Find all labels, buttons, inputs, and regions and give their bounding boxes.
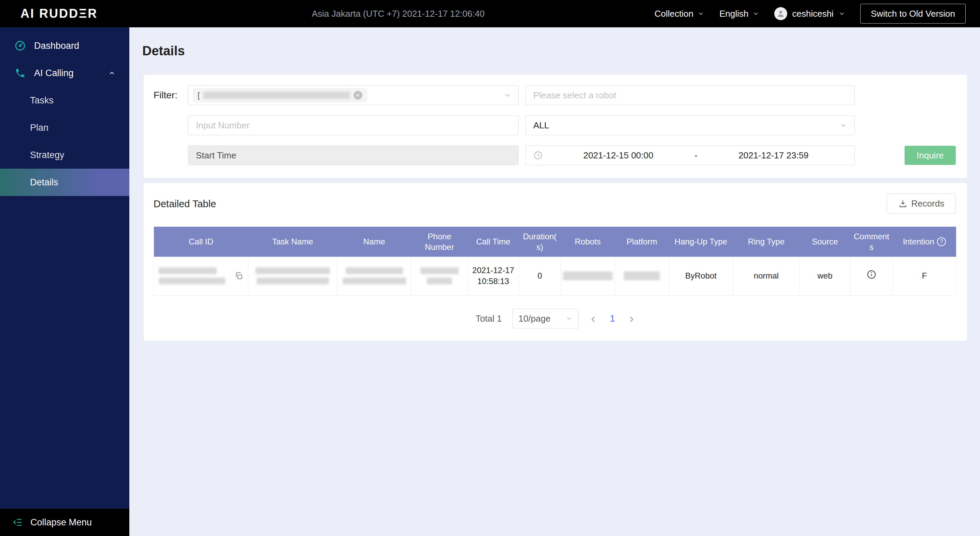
sidebar-item-details[interactable]: Details bbox=[0, 169, 129, 196]
task-select[interactable]: [ × bbox=[188, 85, 519, 105]
question-circle-icon[interactable]: ? bbox=[937, 237, 946, 246]
records-button[interactable]: Records bbox=[887, 193, 956, 214]
cell-hang-up-type: ByRobot bbox=[669, 257, 733, 295]
redacted-call-id bbox=[159, 267, 225, 284]
dashboard-icon bbox=[14, 39, 27, 52]
collapse-menu-label: Collapse Menu bbox=[30, 517, 92, 528]
records-label: Records bbox=[912, 198, 945, 209]
date-range-picker[interactable]: 2021-12-15 00:00 - 2021-12-17 23:59 bbox=[525, 145, 855, 165]
cell-robots bbox=[561, 257, 615, 295]
page-size-value: 10/page bbox=[518, 313, 550, 324]
col-phone-number: Phone Number bbox=[412, 227, 468, 257]
detailed-table-card: Detailed Table Records Call ID bbox=[144, 183, 967, 341]
copy-icon[interactable] bbox=[234, 271, 243, 280]
sidebar-item-label: Details bbox=[30, 177, 58, 188]
pagination-total: Total 1 bbox=[476, 313, 502, 324]
main-content: Details Filter: [ × Please select a robo… bbox=[129, 27, 980, 536]
chevron-down-icon bbox=[838, 10, 845, 17]
app-logo: AI RUDDΞR bbox=[21, 6, 98, 21]
menu-fold-icon bbox=[13, 517, 23, 528]
page-size-select[interactable]: 10/page bbox=[512, 309, 579, 329]
remove-tag-icon[interactable]: × bbox=[353, 91, 363, 100]
inquire-button[interactable]: Inquire bbox=[905, 146, 956, 165]
current-page[interactable]: 1 bbox=[608, 313, 617, 324]
cell-phone-number bbox=[412, 257, 468, 295]
sidebar-item-label: Dashboard bbox=[34, 41, 79, 51]
col-name: Name bbox=[337, 227, 412, 257]
col-platform: Platform bbox=[615, 227, 669, 257]
cell-source: web bbox=[800, 257, 850, 295]
sidebar-item-label: AI Calling bbox=[34, 68, 74, 78]
sidebar-item-plan[interactable]: Plan bbox=[0, 114, 129, 141]
avatar bbox=[774, 7, 787, 20]
cell-name bbox=[337, 257, 412, 295]
phone-icon bbox=[14, 67, 27, 80]
detailed-table: Call ID Task Name Name Phone Number Call… bbox=[154, 227, 957, 296]
selected-task-tag: [ × bbox=[193, 88, 367, 102]
number-input[interactable] bbox=[188, 115, 519, 135]
redacted-name bbox=[340, 267, 409, 284]
table-row: 2021-12-17 10:58:13 0 ByRobot bbox=[154, 257, 956, 295]
table-header-row: Call ID Task Name Name Phone Number Call… bbox=[154, 227, 956, 257]
language-dropdown[interactable]: English bbox=[719, 8, 759, 19]
chevron-down-icon bbox=[752, 10, 759, 17]
cell-task-name bbox=[248, 257, 337, 295]
sidebar-item-ai-calling[interactable]: AI Calling bbox=[0, 59, 129, 87]
sidebar-item-label: Tasks bbox=[30, 95, 54, 106]
cell-ring-type: normal bbox=[733, 257, 800, 295]
cell-call-time: 2021-12-17 10:58:13 bbox=[468, 257, 519, 295]
collection-dropdown[interactable]: Collection bbox=[654, 8, 704, 19]
start-time-input[interactable]: Start Time bbox=[188, 145, 519, 165]
status-select-value: ALL bbox=[533, 120, 549, 131]
sidebar-item-label: Strategy bbox=[30, 150, 65, 161]
redacted-task-name bbox=[251, 267, 334, 284]
collapse-menu-button[interactable]: Collapse Menu bbox=[0, 509, 129, 536]
timezone-clock: Asia Jakarta (UTC +7) 2021-12-17 12:06:4… bbox=[312, 8, 485, 19]
status-select[interactable]: ALL bbox=[525, 115, 855, 135]
col-task-name: Task Name bbox=[248, 227, 337, 257]
robot-select[interactable]: Please select a robot bbox=[525, 85, 855, 105]
col-hang-up-type: Hang-Up Type bbox=[669, 227, 733, 257]
sidebar: Dashboard AI Calling Tasks Plan Strategy… bbox=[0, 27, 129, 536]
prev-page-button[interactable]: ‹ bbox=[590, 312, 597, 325]
next-page-button[interactable]: › bbox=[628, 312, 635, 325]
start-time-placeholder: Start Time bbox=[196, 150, 236, 161]
switch-old-version-button[interactable]: Switch to Old Version bbox=[860, 4, 966, 24]
tag-text: [ bbox=[197, 91, 200, 100]
topbar-actions: Collection English ceshiceshi Switch to … bbox=[654, 4, 966, 24]
language-label: English bbox=[719, 8, 748, 19]
cell-call-id bbox=[154, 257, 248, 295]
chevron-down-icon bbox=[697, 10, 704, 17]
chevron-down-icon bbox=[503, 91, 512, 99]
col-comments: Comments bbox=[850, 227, 893, 257]
redacted-platform bbox=[617, 271, 666, 280]
col-source: Source bbox=[800, 227, 850, 257]
date-separator: - bbox=[692, 150, 700, 161]
sidebar-item-tasks[interactable]: Tasks bbox=[0, 87, 129, 114]
redacted-phone-number bbox=[414, 267, 465, 284]
username: ceshiceshi bbox=[792, 8, 833, 19]
col-intention: Intention ? bbox=[893, 227, 956, 257]
collection-label: Collection bbox=[654, 8, 694, 19]
cell-platform bbox=[615, 257, 669, 295]
user-menu[interactable]: ceshiceshi bbox=[774, 7, 845, 20]
clock-icon bbox=[533, 150, 543, 160]
info-circle-icon[interactable] bbox=[866, 270, 877, 279]
chevron-down-icon bbox=[839, 121, 848, 129]
col-call-id: Call ID bbox=[154, 227, 248, 257]
col-ring-type: Ring Type bbox=[733, 227, 800, 257]
cell-duration: 0 bbox=[519, 257, 561, 295]
sidebar-nav: Dashboard AI Calling Tasks Plan Strategy… bbox=[0, 27, 129, 196]
sidebar-item-label: Plan bbox=[30, 123, 48, 133]
cell-intention: F bbox=[893, 257, 956, 295]
sidebar-item-strategy[interactable]: Strategy bbox=[0, 141, 129, 169]
redacted-task-name bbox=[204, 91, 350, 99]
date-to: 2021-12-17 23:59 bbox=[700, 150, 847, 161]
pagination: Total 1 10/page ‹ 1 › bbox=[144, 309, 967, 329]
page-title: Details bbox=[142, 44, 185, 58]
sidebar-item-dashboard[interactable]: Dashboard bbox=[0, 32, 129, 59]
filter-label: Filter: bbox=[154, 85, 177, 105]
date-from: 2021-12-15 00:00 bbox=[545, 150, 692, 161]
col-duration: Duration(s) bbox=[519, 227, 561, 257]
topbar: AI RUDDΞR Asia Jakarta (UTC +7) 2021-12-… bbox=[0, 0, 980, 27]
